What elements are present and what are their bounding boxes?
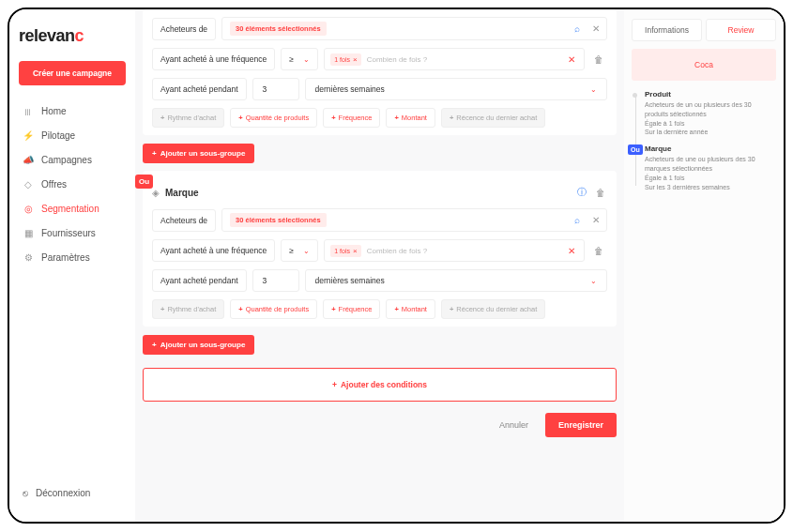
main-content: Ou Acheteurs de 30 éléments sélectionnés… xyxy=(135,9,624,522)
review-panel: Informations Review Coca Produit Acheteu… xyxy=(624,9,784,522)
clear-icon[interactable]: ✕ xyxy=(589,23,602,36)
frequency-operator[interactable]: ≥⌄ xyxy=(281,48,318,70)
filter-frequence[interactable]: +Fréquence xyxy=(323,299,380,319)
gear-icon: ⚙ xyxy=(23,251,34,263)
condition-group: Acheteurs de 30 éléments sélectionnés ⌕ … xyxy=(143,9,617,135)
period-label: Ayant acheté pendant xyxy=(152,78,247,100)
period-unit[interactable]: dernières semaines⌄ xyxy=(305,78,607,100)
search-icon[interactable]: ⌕ xyxy=(571,23,584,36)
frequency-input[interactable]: 1 fois× Combien de fois ? ✕ xyxy=(324,239,585,262)
selection-chip: 30 éléments sélectionnés xyxy=(230,22,326,36)
chevron-down-icon: ⌄ xyxy=(303,247,310,255)
review-tabs: Informations Review xyxy=(632,19,776,41)
filter-row: +Rythme d'achat +Quantité de produits +F… xyxy=(152,299,607,319)
plus-icon: + xyxy=(332,380,337,389)
frequency-placeholder: Combien de fois ? xyxy=(367,247,559,255)
filter-recence[interactable]: +Récence du dernier achat xyxy=(441,299,545,319)
plus-icon: + xyxy=(152,149,157,158)
add-subgroup-button[interactable]: +Ajouter un sous-groupe xyxy=(143,335,254,355)
target-icon: ◎ xyxy=(23,203,34,214)
review-timeline: Produit Acheteurs de un ou plusieurs des… xyxy=(632,90,776,191)
delete-group-icon[interactable]: 🗑 xyxy=(594,186,607,199)
chevron-down-icon: ⌄ xyxy=(590,277,597,285)
add-conditions-button[interactable]: +Ajouter des conditions xyxy=(143,368,617,402)
tab-informations[interactable]: Informations xyxy=(632,19,702,41)
review-block-marque: Ou Marque Acheteurs de une ou plusieurs … xyxy=(645,144,776,191)
frequency-label: Ayant acheté à une fréquence xyxy=(152,48,275,70)
review-block-produit: Produit Acheteurs de un ou plusieurs des… xyxy=(645,90,776,137)
filter-rythme[interactable]: +Rythme d'achat xyxy=(152,108,224,128)
sidebar: relevanc Créer une campagne ⫼Home ⚡Pilot… xyxy=(9,9,135,522)
nav-fournisseurs[interactable]: ▦Fournisseurs xyxy=(19,220,126,245)
period-count[interactable]: 3 xyxy=(252,78,299,100)
clear-icon[interactable]: ✕ xyxy=(565,244,578,257)
filter-rythme[interactable]: +Rythme d'achat xyxy=(152,299,224,319)
buyers-label: Acheteurs de xyxy=(152,209,216,232)
period-count[interactable]: 3 xyxy=(252,269,299,292)
cancel-button[interactable]: Annuler xyxy=(490,413,538,437)
nav-campagnes[interactable]: 📣Campagnes xyxy=(19,147,126,172)
review-block-title: Produit xyxy=(645,90,776,99)
brand-icon: ◈ xyxy=(152,188,160,198)
logout-icon: ⎋ xyxy=(23,488,28,498)
logout-button[interactable]: ⎋Déconnexion xyxy=(19,481,126,505)
bar-chart-icon: ⫼ xyxy=(23,105,34,116)
selection-field[interactable]: 30 éléments sélectionnés ⌕ ✕ xyxy=(221,208,607,232)
buyers-label: Acheteurs de xyxy=(152,18,216,40)
review-segment-name: Coca xyxy=(632,49,776,81)
clear-icon[interactable]: ✕ xyxy=(589,214,602,227)
nav: ⫼Home ⚡Pilotage 📣Campagnes ◇Offres ◎Segm… xyxy=(19,99,126,481)
remove-chip-icon[interactable]: × xyxy=(353,55,358,64)
filter-recence[interactable]: +Récence du dernier achat xyxy=(441,108,545,128)
nav-home[interactable]: ⫼Home xyxy=(19,99,126,123)
filter-frequence[interactable]: +Fréquence xyxy=(323,108,380,128)
frequency-chip: 1 fois× xyxy=(330,245,360,257)
save-button[interactable]: Enregistrer xyxy=(545,413,617,437)
chevron-down-icon: ⌄ xyxy=(590,85,597,94)
review-block-title: Marque xyxy=(645,144,776,153)
megaphone-icon: 📣 xyxy=(23,154,34,165)
add-subgroup-button[interactable]: +Ajouter un sous-groupe xyxy=(143,144,254,163)
frequency-placeholder: Combien de fois ? xyxy=(367,55,559,64)
tag-icon: ◇ xyxy=(23,178,34,190)
nav-pilotage[interactable]: ⚡Pilotage xyxy=(19,123,126,147)
info-icon[interactable]: ⓘ xyxy=(575,186,588,199)
remove-chip-icon[interactable]: × xyxy=(353,247,358,255)
frequency-chip: 1 fois× xyxy=(330,53,360,66)
delete-row-icon[interactable]: 🗑 xyxy=(590,51,607,68)
condition-group: ◈ Marque ⓘ 🗑 Acheteurs de 30 éléments sé… xyxy=(143,171,617,327)
selection-field[interactable]: 30 éléments sélectionnés ⌕ ✕ xyxy=(221,17,607,40)
building-icon: ▦ xyxy=(23,227,34,238)
bolt-icon: ⚡ xyxy=(23,129,34,141)
period-unit[interactable]: dernières semaines⌄ xyxy=(305,269,607,292)
logo: relevanc xyxy=(19,26,126,46)
nav-segmentation[interactable]: ◎Segmentation xyxy=(19,196,126,220)
group-header: ◈ Marque ⓘ 🗑 xyxy=(152,178,607,208)
nav-parametres[interactable]: ⚙Paramètres xyxy=(19,245,126,269)
create-campaign-button[interactable]: Créer une campagne xyxy=(19,61,126,85)
selection-chip: 30 éléments sélectionnés xyxy=(230,213,326,227)
connector-ou-badge: Ou xyxy=(135,175,153,189)
search-icon[interactable]: ⌕ xyxy=(571,214,584,227)
nav-offres[interactable]: ◇Offres xyxy=(19,172,126,196)
filter-montant[interactable]: +Montant xyxy=(386,108,435,128)
tab-review[interactable]: Review xyxy=(706,19,776,41)
frequency-input[interactable]: 1 fois× Combien de fois ? ✕ xyxy=(324,48,585,70)
filter-quantite[interactable]: +Quantité de produits xyxy=(230,108,317,128)
filter-montant[interactable]: +Montant xyxy=(386,299,435,319)
review-connector-badge: Ou xyxy=(628,144,643,155)
filter-row: +Rythme d'achat +Quantité de produits +F… xyxy=(152,108,607,128)
chevron-down-icon: ⌄ xyxy=(303,55,310,64)
filter-quantite[interactable]: +Quantité de produits xyxy=(230,299,317,319)
delete-row-icon[interactable]: 🗑 xyxy=(590,242,607,260)
frequency-operator[interactable]: ≥⌄ xyxy=(281,239,318,262)
footer-actions: Annuler Enregistrer xyxy=(143,413,617,437)
clear-icon[interactable]: ✕ xyxy=(565,53,578,66)
period-label: Ayant acheté pendant xyxy=(152,269,247,292)
plus-icon: + xyxy=(152,341,157,349)
frequency-label: Ayant acheté à une fréquence xyxy=(152,239,275,262)
group-title: Marque xyxy=(165,188,199,198)
